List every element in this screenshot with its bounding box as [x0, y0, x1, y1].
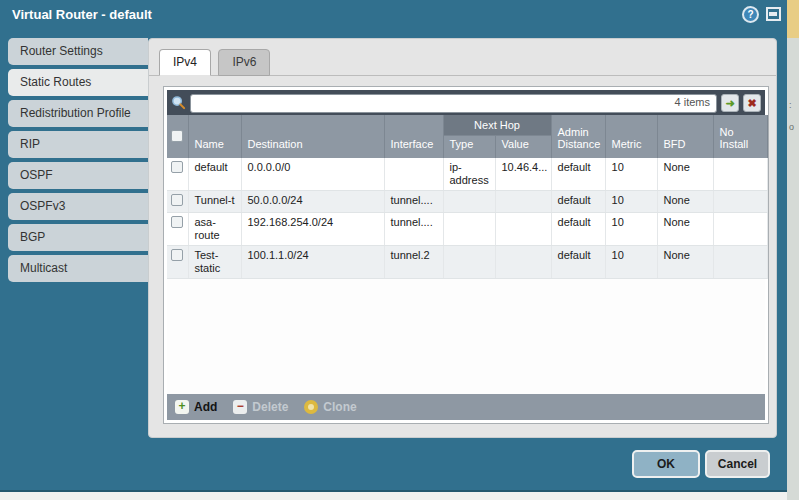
routes-grid-container: 4 items ➜ ✖ Name [163, 86, 769, 424]
cell-interface [384, 158, 443, 191]
cell-name: Tunnel-t [188, 191, 241, 213]
sidebar-item-static-routes[interactable]: Static Routes [8, 69, 148, 96]
static-routes-panel: IPv4 IPv6 4 items ➜ ✖ [148, 38, 777, 438]
row-checkbox[interactable] [171, 249, 183, 261]
cell-name: asa-route [188, 213, 241, 246]
cell-admin-distance: default [551, 191, 605, 213]
cell-no-install [713, 191, 767, 213]
cell-type [443, 246, 495, 279]
cell-destination: 50.0.0.0/24 [241, 191, 384, 213]
cell-value: 10.46.4... [495, 158, 551, 191]
table-empty-area [167, 279, 765, 394]
table-row[interactable]: Tunnel-t 50.0.0.0/24 tunnel.... default … [167, 191, 767, 213]
dialog-title-bar: Virtual Router - default ? [0, 0, 787, 30]
sidebar-item-router-settings[interactable]: Router Settings [8, 38, 148, 65]
cell-no-install [713, 213, 767, 246]
help-icon[interactable]: ? [742, 6, 759, 23]
background-text-fragment: o [789, 122, 794, 132]
cell-destination: 100.1.1.0/24 [241, 246, 384, 279]
ip-version-tab-strip: IPv4 IPv6 [149, 39, 776, 76]
clone-icon [304, 400, 318, 414]
sidebar-item-ospfv3[interactable]: OSPFv3 [8, 193, 148, 220]
row-checkbox[interactable] [171, 161, 183, 173]
background-text-fragment: : [789, 100, 792, 110]
cell-metric: 10 [605, 213, 657, 246]
column-header-destination[interactable]: Destination [241, 115, 384, 158]
row-checkbox[interactable] [171, 216, 183, 228]
cell-value [495, 191, 551, 213]
column-header-name[interactable]: Name [188, 115, 241, 158]
cell-no-install [713, 246, 767, 279]
cell-destination: 0.0.0.0/0 [241, 158, 384, 191]
search-icon [171, 95, 186, 110]
tab-ipv6[interactable]: IPv6 [218, 49, 270, 76]
column-header-bfd[interactable]: BFD [657, 115, 713, 158]
cell-type: ip-address [443, 158, 495, 191]
cell-interface: tunnel.2 [384, 246, 443, 279]
search-bar: 4 items ➜ ✖ [167, 90, 765, 115]
cell-metric: 10 [605, 246, 657, 279]
header-checkbox-cell [167, 115, 188, 158]
delete-button-label: Delete [252, 400, 288, 414]
search-input[interactable] [190, 94, 717, 113]
arrow-right-icon: ➜ [725, 97, 734, 109]
cell-bfd: None [657, 246, 713, 279]
table-row[interactable]: Test-static 100.1.1.0/24 tunnel.2 defaul… [167, 246, 767, 279]
cell-value [495, 246, 551, 279]
column-header-type[interactable]: Type [443, 136, 495, 159]
cell-interface: tunnel.... [384, 191, 443, 213]
sidebar-item-bgp[interactable]: BGP [8, 224, 148, 251]
apply-filter-button[interactable]: ➜ [721, 94, 739, 112]
plus-icon: + [175, 400, 189, 414]
cell-bfd: None [657, 191, 713, 213]
cell-name: default [188, 158, 241, 191]
column-header-no-install[interactable]: No Install [713, 115, 767, 158]
cell-no-install [713, 158, 767, 191]
cell-metric: 10 [605, 191, 657, 213]
cell-bfd: None [657, 158, 713, 191]
column-header-value[interactable]: Value [495, 136, 551, 159]
header-group-row: Name Destination Interface Next Hop Admi… [167, 115, 767, 136]
tab-ipv4[interactable]: IPv4 [159, 49, 211, 76]
cell-name: Test-static [188, 246, 241, 279]
sidebar-item-rip[interactable]: RIP [8, 131, 148, 158]
cell-type [443, 213, 495, 246]
column-header-admin-distance[interactable]: Admin Distance [551, 115, 605, 158]
add-button-label: Add [194, 400, 217, 414]
background-banner [787, 0, 799, 38]
sidebar-item-ospf[interactable]: OSPF [8, 162, 148, 189]
cell-admin-distance: default [551, 246, 605, 279]
minimize-icon[interactable] [766, 7, 781, 21]
grid-toolbar: + Add − Delete Clone [167, 394, 765, 420]
column-header-interface[interactable]: Interface [384, 115, 443, 158]
sidebar-item-multicast[interactable]: Multicast [8, 255, 148, 282]
cell-admin-distance: default [551, 158, 605, 191]
cell-type [443, 191, 495, 213]
dialog-title: Virtual Router - default [12, 0, 152, 30]
delete-button[interactable]: − Delete [233, 400, 288, 414]
sidebar-item-redistribution-profile[interactable]: Redistribution Profile [8, 100, 148, 127]
select-all-checkbox[interactable] [171, 130, 183, 142]
cell-interface: tunnel.... [384, 213, 443, 246]
ok-button[interactable]: OK [632, 450, 700, 478]
background-page-strip: : o [787, 0, 799, 500]
cell-bfd: None [657, 213, 713, 246]
cancel-button[interactable]: Cancel [705, 450, 770, 478]
clone-button-label: Clone [323, 400, 356, 414]
clone-button[interactable]: Clone [304, 400, 356, 414]
cell-value [495, 213, 551, 246]
clear-filter-button[interactable]: ✖ [743, 94, 761, 112]
cell-admin-distance: default [551, 213, 605, 246]
minus-icon: − [233, 400, 247, 414]
cell-metric: 10 [605, 158, 657, 191]
cell-destination: 192.168.254.0/24 [241, 213, 384, 246]
row-checkbox[interactable] [171, 194, 183, 206]
static-routes-table: Name Destination Interface Next Hop Admi… [167, 115, 768, 279]
add-button[interactable]: + Add [175, 400, 217, 414]
search-input-wrap: 4 items [190, 93, 717, 112]
table-row[interactable]: asa-route 192.168.254.0/24 tunnel.... de… [167, 213, 767, 246]
table-row[interactable]: default 0.0.0.0/0 ip-address 10.46.4... … [167, 158, 767, 191]
column-header-metric[interactable]: Metric [605, 115, 657, 158]
screen: : o Virtual Router - default ? Router Se… [0, 0, 799, 500]
clear-x-icon: ✖ [747, 97, 756, 109]
